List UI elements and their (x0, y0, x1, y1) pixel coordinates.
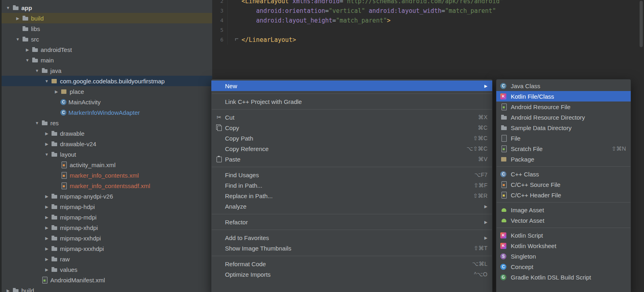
menu-item-optimize-imports[interactable]: Optimize Imports^⌥O (211, 269, 492, 280)
collapse-arrow-icon[interactable]: ▼ (43, 152, 51, 157)
menu-item-find-in-path[interactable]: Find in Path...⇧⌘F (211, 180, 492, 191)
collapse-arrow-icon[interactable]: ▼ (23, 58, 31, 62)
tree-item-androidtest[interactable]: ▶androidTest (0, 44, 212, 55)
menu-item-android-resource-file[interactable]: Android Resource File (496, 101, 631, 112)
tree-item-libs[interactable]: libs (0, 23, 212, 34)
folder-icon (51, 203, 58, 210)
tree-item-markerinfowindowadapter[interactable]: CMarkerInfoWindowAdapter (0, 107, 212, 118)
tree-item-activity-main-xml[interactable]: activity_main.xml (0, 159, 212, 170)
expand-arrow-icon[interactable]: ▶ (43, 226, 51, 230)
tree-item-mipmap-anydpi-v26[interactable]: ▶mipmap-anydpi-v26 (0, 191, 212, 201)
editor-scrollbar[interactable] (638, 0, 644, 292)
menu-item-scratch-file[interactable]: Scratch File⇧⌘N (496, 143, 631, 154)
menu-item-c-c-source-file[interactable]: C/C++ Source File (496, 179, 631, 190)
menu-item-kotlin-worksheet[interactable]: KKotlin Worksheet (496, 240, 631, 251)
tree-item-values[interactable]: ▶values (0, 264, 212, 275)
expand-arrow-icon[interactable]: ▶ (43, 131, 51, 136)
expand-arrow-icon[interactable]: ▶ (14, 16, 22, 21)
menu-item-refactor[interactable]: Refactor▶ (211, 217, 492, 227)
code-line[interactable]: android:layout_height="match_parent"> (242, 16, 644, 25)
tree-item-layout[interactable]: ▼layout (0, 149, 212, 159)
expand-arrow-icon[interactable]: ▶ (43, 246, 51, 251)
menu-item-analyze[interactable]: Analyze▶ (211, 201, 492, 211)
menu-item-singleton[interactable]: SSingleton (496, 251, 631, 261)
menu-item-copy-reference[interactable]: Copy Reference⌥⇧⌘C (211, 143, 492, 154)
menu-item-gradle-kotlin-dsl-build-script[interactable]: GGradle Kotlin DSL Build Script (496, 272, 631, 282)
folder-icon (51, 224, 58, 231)
menu-item-concept[interactable]: CConcept (496, 261, 631, 272)
tree-item-mainactivity[interactable]: CMainActivity (0, 97, 212, 107)
tree-item-com-google-codelabs-buildyourfirstmap[interactable]: ▼com.google.codelabs.buildyourfirstmap (0, 76, 212, 86)
menu-item-cut[interactable]: ✂Cut⌘X (211, 112, 492, 122)
menu-item-copy-path[interactable]: Copy Path⇧⌘C (211, 133, 492, 143)
menu-item-add-to-favorites[interactable]: Add to Favorites▶ (211, 232, 492, 243)
collapse-arrow-icon[interactable]: ▼ (33, 121, 41, 125)
menu-item-shortcut: ⇧⌘C (473, 135, 487, 141)
expand-arrow-icon[interactable]: ▶ (4, 288, 12, 292)
collapse-arrow-icon[interactable]: ▼ (4, 6, 12, 10)
expand-arrow-icon[interactable]: ▶ (43, 267, 51, 272)
menu-item-c-c-header-file[interactable]: C/C++ Header File (496, 190, 631, 200)
expand-arrow-icon[interactable]: ▶ (43, 194, 51, 199)
tree-item-androidmanifest-xml[interactable]: AndroidManifest.xml (0, 275, 212, 285)
code-line[interactable]: android:orientation="vertical" android:l… (242, 6, 644, 16)
menu-item-paste[interactable]: Paste⌘V (211, 154, 492, 164)
expand-arrow-icon[interactable]: ▶ (43, 215, 51, 220)
menu-item-vector-asset[interactable]: Vector Asset (496, 215, 631, 226)
editor-code-area[interactable]: <LinearLayout xmlns:android="http://sche… (228, 0, 644, 45)
tree-item-marker-info-contents-xml[interactable]: marker_info_contents.xml (0, 170, 212, 180)
menu-item-icon-slot (500, 217, 511, 224)
menu-item-show-image-thumbnails[interactable]: Show Image Thumbnails⇧⌘T (211, 243, 492, 253)
tree-item-main[interactable]: ▼main (0, 55, 212, 65)
menu-item-replace-in-path[interactable]: Replace in Path...⇧⌘R (211, 191, 492, 201)
menu-item-sample-data-directory[interactable]: Sample Data Directory (496, 122, 631, 133)
tree-item-place[interactable]: ▶place (0, 86, 212, 97)
tree-item-raw[interactable]: ▶raw (0, 254, 212, 264)
menu-item-new[interactable]: New▶ (211, 81, 492, 91)
menu-item-image-asset[interactable]: Image Asset (496, 205, 631, 215)
menu-item-find-usages[interactable]: Find Usages⌥F7 (211, 170, 492, 180)
tree-item-build[interactable]: ▶build (0, 13, 212, 23)
menu-item-package[interactable]: Package (496, 154, 631, 164)
menu-item-java-class[interactable]: CJava Class (496, 81, 631, 91)
menu-item-kotlin-script[interactable]: KKotlin Script (496, 230, 631, 240)
expand-arrow-icon[interactable]: ▶ (43, 142, 51, 146)
expand-arrow-icon[interactable]: ▶ (23, 48, 31, 52)
menu-item-label: Singleton (511, 253, 626, 260)
menu-item-kotlin-file-class[interactable]: KKotlin File/Class (496, 91, 631, 101)
expand-arrow-icon[interactable]: ▶ (43, 205, 51, 209)
menu-item-label: Package (511, 156, 626, 163)
menu-item-c-class[interactable]: CC++ Class (496, 169, 631, 179)
tree-item-mipmap-mdpi[interactable]: ▶mipmap-mdpi (0, 212, 212, 222)
expand-arrow-icon[interactable]: ▶ (43, 257, 51, 261)
expand-arrow-icon[interactable]: ▶ (52, 89, 60, 94)
menu-item-file[interactable]: File (496, 133, 631, 143)
fold-marker-icon[interactable] (235, 38, 238, 41)
tree-item-drawable[interactable]: ▶drawable (0, 128, 212, 139)
code-line[interactable] (242, 25, 644, 35)
menu-item-reformat-code[interactable]: Reformat Code⌥⌘L (211, 259, 492, 269)
tree-item-mipmap-xxxhdpi[interactable]: ▶mipmap-xxxhdpi (0, 243, 212, 254)
menu-item-android-resource-directory[interactable]: Android Resource Directory (496, 112, 631, 122)
tree-item-src[interactable]: ▼src (0, 34, 212, 44)
menu-item-link-c-project-with-gradle[interactable]: Link C++ Project with Gradle (211, 96, 492, 107)
tree-item-mipmap-hdpi[interactable]: ▶mipmap-hdpi (0, 201, 212, 212)
collapse-arrow-icon[interactable]: ▼ (33, 68, 41, 73)
expand-arrow-icon[interactable]: ▶ (43, 236, 51, 240)
tree-item-mipmap-xhdpi[interactable]: ▶mipmap-xhdpi (0, 222, 212, 233)
tree-item-java[interactable]: ▼java (0, 65, 212, 76)
menu-item-copy[interactable]: Copy⌘C (211, 122, 492, 133)
tree-item-mipmap-xxhdpi[interactable]: ▶mipmap-xxhdpi (0, 233, 212, 243)
code-line[interactable]: <LinearLayout xmlns:android="http://sche… (242, 0, 644, 6)
menu-item-shortcut: ⌘X (478, 114, 487, 120)
c-header-icon (500, 191, 508, 199)
tree-item-res[interactable]: ▼res (0, 118, 212, 128)
collapse-arrow-icon[interactable]: ▼ (43, 79, 51, 83)
tree-item-build[interactable]: ▶build (0, 285, 212, 292)
scrollbar-thumb[interactable] (640, 1, 643, 47)
code-line[interactable]: </LinearLayout> (242, 35, 644, 45)
tree-item-app[interactable]: ▼app (0, 2, 212, 13)
tree-item-marker-info-contentssadf-xml[interactable]: marker_info_contentssadf.xml (0, 180, 212, 191)
collapse-arrow-icon[interactable]: ▼ (14, 37, 22, 41)
tree-item-drawable-v24[interactable]: ▶drawable-v24 (0, 139, 212, 149)
